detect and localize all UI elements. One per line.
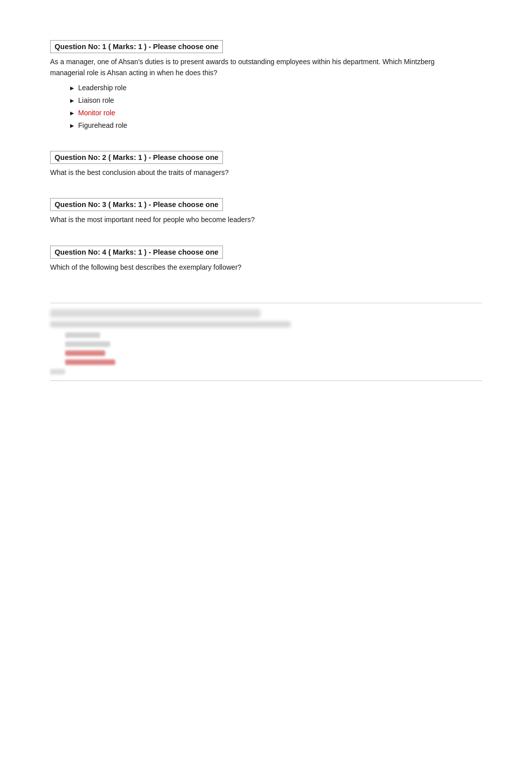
- question-1: Question No: 1 ( Marks: 1 ) - Please cho…: [50, 40, 482, 131]
- option-1-3-label: Monitor role: [78, 108, 115, 118]
- option-1-1[interactable]: Leadership role: [70, 83, 482, 93]
- question-1-header: Question No: 1 ( Marks: 1 ) - Please cho…: [50, 40, 223, 53]
- blurred-option-1: [65, 332, 100, 338]
- question-3: Question No: 3 ( Marks: 1 ) - Please cho…: [50, 198, 482, 225]
- option-1-2[interactable]: Liaison role: [70, 95, 482, 106]
- blurred-question-section: [50, 303, 482, 381]
- blurred-header: [50, 309, 260, 317]
- blurred-footer: [50, 369, 65, 374]
- blurred-option-3: [65, 350, 105, 356]
- question-3-header: Question No: 3 ( Marks: 1 ) - Please cho…: [50, 198, 223, 211]
- question-4-text: Which of the following best describes th…: [50, 262, 461, 273]
- option-1-4-label: Figurehead role: [78, 120, 127, 131]
- option-1-4[interactable]: Figurehead role: [70, 120, 482, 131]
- blurred-option-2: [65, 341, 110, 347]
- option-1-2-label: Liaison role: [78, 95, 114, 106]
- blurred-text-line: [50, 321, 291, 327]
- blurred-option-4: [65, 359, 115, 365]
- question-2-text: What is the best conclusion about the tr…: [50, 167, 461, 178]
- option-1-3[interactable]: Monitor role: [70, 108, 482, 118]
- question-2: Question No: 2 ( Marks: 1 ) - Please cho…: [50, 151, 482, 178]
- question-4: Question No: 4 ( Marks: 1 ) - Please cho…: [50, 246, 482, 273]
- question-1-text: As a manager, one of Ahsan's duties is t…: [50, 56, 461, 79]
- option-1-1-label: Leadership role: [78, 83, 127, 93]
- question-3-text: What is the most important need for peop…: [50, 214, 461, 225]
- question-2-header: Question No: 2 ( Marks: 1 ) - Please cho…: [50, 151, 223, 164]
- blurred-options-list: [50, 332, 482, 365]
- question-1-options: Leadership role Liaison role Monitor rol…: [50, 83, 482, 131]
- question-4-header: Question No: 4 ( Marks: 1 ) - Please cho…: [50, 246, 223, 259]
